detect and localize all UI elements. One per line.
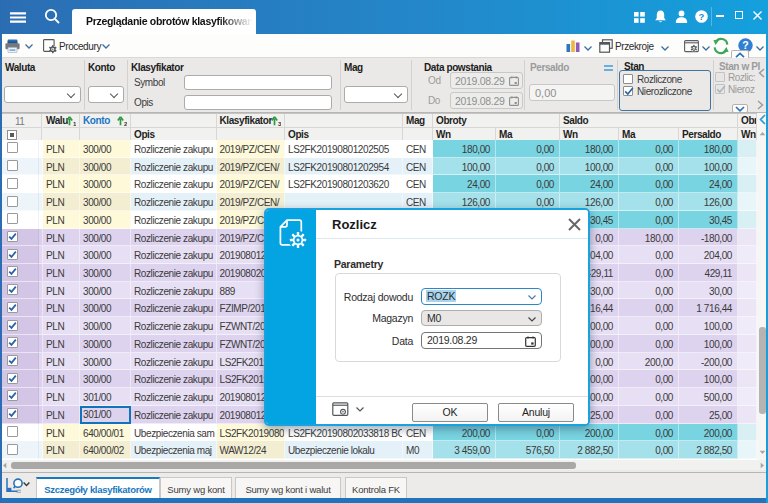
svg-text:?: ? (699, 11, 705, 22)
svg-text:3: 3 (278, 121, 281, 127)
svg-text:1: 1 (73, 121, 76, 127)
svg-text:2: 2 (124, 121, 127, 127)
